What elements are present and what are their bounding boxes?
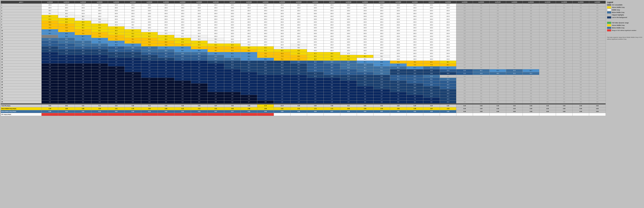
data-cell: 0.0 <box>556 98 572 101</box>
data-cell: 100.0 <box>406 6 423 10</box>
col-iso5000: iso005000 <box>324 1 340 4</box>
col-iso128000: iso128000 <box>556 1 572 4</box>
patch-number: 10 <box>1 29 42 32</box>
data-cell: 100.0 <box>290 24 307 26</box>
data-cell: 100.0 <box>208 6 224 10</box>
data-cell: 69.1 <box>257 58 274 61</box>
data-cell: 100.0 <box>324 32 340 35</box>
data-cell: 69.8 <box>241 52 257 55</box>
data-cell: 2.4 <box>324 98 340 101</box>
data-cell: 0.0 <box>589 41 606 44</box>
data-cell: 95.1 <box>208 41 224 44</box>
data-cell: 11.9 <box>406 92 423 95</box>
data-cell: 100.0 <box>241 32 257 35</box>
patch-number: 31 <box>1 89 42 92</box>
data-cell: 100.0 <box>290 41 307 44</box>
data-cell: 100.0 <box>440 4 456 6</box>
summary-cell <box>589 113 606 116</box>
col-iso2500: iso002500 <box>274 1 290 4</box>
data-cell: 100.0 <box>274 15 290 18</box>
data-cell: 0.0 <box>589 61 606 64</box>
data-cell: 0.0 <box>523 44 539 46</box>
summary-cell: 8.26 <box>307 110 324 113</box>
data-cell: 99.6 <box>124 24 141 26</box>
summary-cell <box>241 113 257 116</box>
data-cell: 8.1 <box>290 75 307 78</box>
legend-item-above2: Above Middle Gray <box>607 24 643 26</box>
data-cell: 0.0 <box>523 41 539 44</box>
data-cell: 0.0 <box>589 55 606 58</box>
data-cell: 0.0 <box>523 4 539 6</box>
patch-number: 9 <box>1 26 42 29</box>
data-cell: 0.0 <box>589 15 606 18</box>
data-cell: 0.8 <box>75 64 92 66</box>
table-row: 591.795.998.9100.0100.0100.0100.0100.010… <box>1 15 606 18</box>
data-cell: 0.0 <box>589 49 606 52</box>
data-cell: 100.0 <box>191 24 208 26</box>
above-mid-row: Above Middle Gray (stops)2.462.882.902.9… <box>1 107 606 110</box>
data-cell: 0.0 <box>572 29 589 32</box>
col-iso6400: iso006400 <box>340 1 357 4</box>
data-cell: 100.0 <box>390 41 406 44</box>
summary-cell: 0.00 <box>589 104 606 107</box>
data-cell: 48.9 <box>490 72 506 75</box>
data-cell: 0.0 <box>473 35 490 38</box>
summary-cell: 8.26 <box>390 104 406 107</box>
data-cell: 0.0 <box>556 64 572 66</box>
col-iso4000: iso004000 <box>307 1 324 4</box>
summary-cell <box>307 113 324 116</box>
data-cell: 4.3 <box>241 75 257 78</box>
data-cell: 100.0 <box>224 18 241 21</box>
data-cell: 2.1 <box>191 75 208 78</box>
data-cell: 0.0 <box>523 29 539 32</box>
data-cell: 10.4 <box>373 86 390 89</box>
data-cell: 0.0 <box>539 21 556 24</box>
summary-cell: 0.95 <box>340 107 357 110</box>
data-cell: 100.0 <box>174 26 191 29</box>
data-cell: 0.0 <box>572 44 589 46</box>
legend-label-middle: Middle Gray <box>612 9 620 11</box>
data-cell: 9.1 <box>324 78 340 81</box>
data-cell: 0.0 <box>490 35 506 38</box>
data-cell: 0.0 <box>473 55 490 58</box>
col-iso20000: iso020000 <box>423 1 440 4</box>
data-cell: 3.0 <box>191 72 208 75</box>
data-cell: 0.0 <box>523 52 539 55</box>
data-cell: 24.8 <box>274 61 290 64</box>
legend-color-isorange <box>607 29 611 31</box>
data-cell: 0.0 <box>539 6 556 10</box>
data-cell: 0.0 <box>572 95 589 98</box>
data-cell: 8.0 <box>423 101 440 104</box>
data-cell: 99.6 <box>373 58 390 61</box>
data-cell: 0.0 <box>539 84 556 86</box>
data-cell: 100.0 <box>174 21 191 24</box>
data-cell: 0.4 <box>174 101 191 104</box>
data-cell: 0.2 <box>108 92 124 95</box>
data-cell: 0.3 <box>124 89 141 92</box>
summary-cell: 6.88 <box>290 110 307 113</box>
data-cell: 0.0 <box>490 64 506 66</box>
data-cell: 63.1 <box>224 52 241 55</box>
data-cell: 65.7 <box>75 35 92 38</box>
data-cell: 0.0 <box>572 78 589 81</box>
data-cell: 29.5 <box>158 55 174 58</box>
data-cell: 100.0 <box>423 41 440 44</box>
data-cell: 7.3 <box>174 61 191 64</box>
data-cell: 5.3 <box>324 86 340 89</box>
data-cell: 3.8 <box>373 101 390 104</box>
data-cell: 100.0 <box>191 32 208 35</box>
data-cell: 100.0 <box>241 21 257 24</box>
table-row: 1100.0100.0100.0100.0100.0100.0100.0100.… <box>1 4 606 6</box>
data-cell: 100.0 <box>373 41 390 44</box>
data-cell: 34.9 <box>406 75 423 78</box>
data-cell: 0.0 <box>506 18 523 21</box>
data-cell: 4.3 <box>357 95 373 98</box>
data-cell: 0.0 <box>506 46 523 49</box>
data-cell: 71.4 <box>124 41 141 44</box>
summary-cell: 2.88 <box>58 107 75 110</box>
data-cell: 6.3 <box>324 84 340 86</box>
data-cell: 0.0 <box>473 52 490 55</box>
data-cell: 4.3 <box>340 92 357 95</box>
data-cell: 90.0 <box>108 29 124 32</box>
data-cell: 1.8 <box>208 78 224 81</box>
